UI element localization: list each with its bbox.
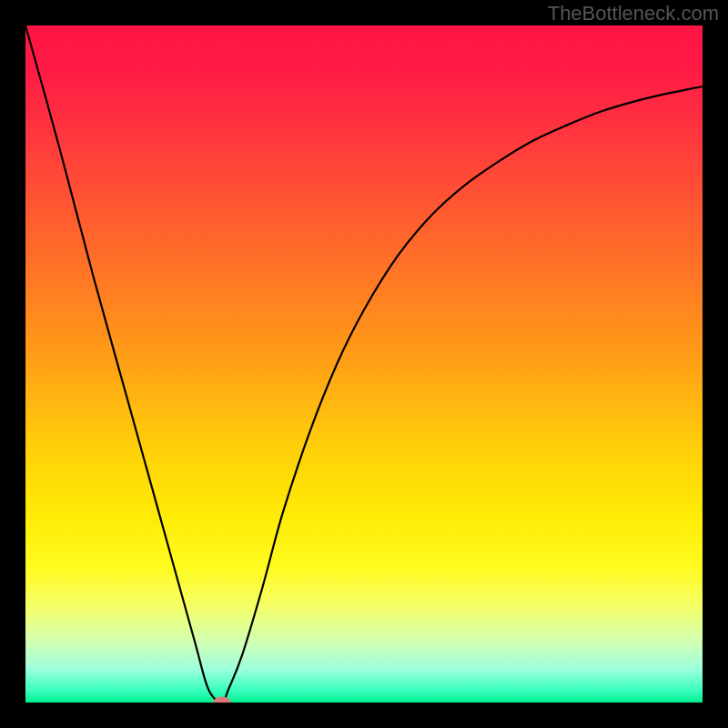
chart-container: TheBottleneck.com [0,0,728,728]
bottleneck-curve [25,25,703,703]
plot-area [25,25,703,703]
watermark-text: TheBottleneck.com [548,2,719,25]
optimum-marker [213,697,231,703]
